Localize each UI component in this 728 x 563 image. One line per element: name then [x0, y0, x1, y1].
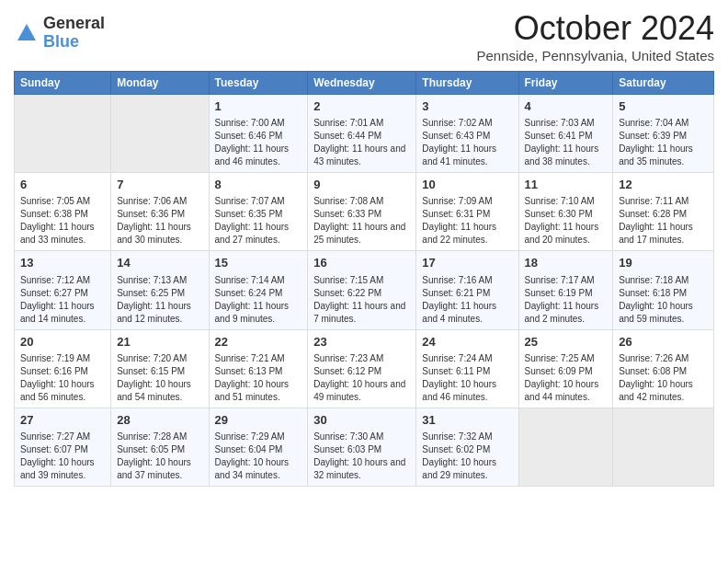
day-number: 10	[422, 177, 512, 193]
day-number: 17	[422, 255, 512, 271]
day-number: 24	[422, 334, 512, 350]
calendar-cell: 6Sunrise: 7:05 AMSunset: 6:38 PMDaylight…	[15, 173, 111, 251]
day-number: 1	[215, 98, 302, 115]
header-cell-friday: Friday	[518, 72, 613, 95]
calendar-cell	[111, 95, 209, 173]
calendar-cell	[15, 95, 111, 173]
calendar-week-1: 1Sunrise: 7:00 AMSunset: 6:46 PMDaylight…	[15, 95, 714, 173]
header-cell-thursday: Thursday	[416, 72, 518, 95]
calendar-table: SundayMondayTuesdayWednesdayThursdayFrid…	[14, 71, 714, 487]
calendar-week-5: 27Sunrise: 7:27 AMSunset: 6:07 PMDayligh…	[15, 408, 714, 486]
day-number: 27	[20, 412, 105, 429]
calendar-cell: 9Sunrise: 7:08 AMSunset: 6:33 PMDaylight…	[308, 173, 416, 251]
calendar-cell	[613, 408, 714, 486]
calendar-cell: 16Sunrise: 7:15 AMSunset: 6:22 PMDayligh…	[308, 251, 416, 329]
calendar-cell: 12Sunrise: 7:11 AMSunset: 6:28 PMDayligh…	[613, 173, 714, 251]
day-number: 9	[313, 177, 410, 193]
calendar-cell	[518, 408, 613, 486]
day-number: 7	[117, 177, 202, 193]
calendar-cell: 17Sunrise: 7:16 AMSunset: 6:21 PMDayligh…	[416, 251, 518, 329]
calendar-cell: 10Sunrise: 7:09 AMSunset: 6:31 PMDayligh…	[416, 173, 518, 251]
calendar-cell: 11Sunrise: 7:10 AMSunset: 6:30 PMDayligh…	[518, 173, 613, 251]
day-number: 4	[525, 98, 608, 115]
title-area: October 2024 Pennside, Pennsylvania, Uni…	[477, 9, 715, 63]
day-number: 5	[619, 98, 708, 115]
day-number: 19	[619, 255, 708, 271]
calendar-cell: 23Sunrise: 7:23 AMSunset: 6:12 PMDayligh…	[308, 329, 416, 408]
day-number: 21	[117, 334, 202, 350]
month-title: October 2024	[477, 9, 715, 48]
calendar-cell: 31Sunrise: 7:32 AMSunset: 6:02 PMDayligh…	[416, 408, 518, 486]
day-number: 23	[313, 334, 410, 350]
calendar-cell: 18Sunrise: 7:17 AMSunset: 6:19 PMDayligh…	[518, 251, 613, 329]
day-number: 16	[313, 255, 410, 271]
calendar-week-4: 20Sunrise: 7:19 AMSunset: 6:16 PMDayligh…	[15, 329, 714, 408]
day-number: 30	[313, 412, 410, 429]
logo-blue: Blue	[43, 33, 105, 52]
logo-text: General Blue	[43, 15, 105, 52]
calendar-cell: 7Sunrise: 7:06 AMSunset: 6:36 PMDaylight…	[111, 173, 209, 251]
header-cell-monday: Monday	[111, 72, 209, 95]
calendar-cell: 24Sunrise: 7:24 AMSunset: 6:11 PMDayligh…	[416, 329, 518, 408]
day-number: 28	[117, 412, 202, 429]
day-number: 2	[313, 98, 410, 115]
day-number: 3	[422, 98, 512, 115]
day-number: 12	[619, 177, 708, 193]
header-cell-wednesday: Wednesday	[308, 72, 416, 95]
calendar-cell: 5Sunrise: 7:04 AMSunset: 6:39 PMDaylight…	[613, 95, 714, 173]
calendar-cell: 30Sunrise: 7:30 AMSunset: 6:03 PMDayligh…	[308, 408, 416, 486]
header: General Blue October 2024 Pennside, Penn…	[14, 9, 714, 63]
day-number: 26	[619, 334, 708, 350]
calendar-cell: 1Sunrise: 7:00 AMSunset: 6:46 PMDaylight…	[209, 95, 308, 173]
calendar-cell: 4Sunrise: 7:03 AMSunset: 6:41 PMDaylight…	[518, 95, 613, 173]
day-number: 18	[525, 255, 608, 271]
logo-general: General	[43, 15, 105, 33]
calendar-cell: 28Sunrise: 7:28 AMSunset: 6:05 PMDayligh…	[111, 408, 209, 486]
location-title: Pennside, Pennsylvania, United States	[477, 48, 715, 63]
calendar-cell: 27Sunrise: 7:27 AMSunset: 6:07 PMDayligh…	[15, 408, 111, 486]
header-cell-sunday: Sunday	[15, 72, 111, 95]
day-number: 8	[215, 177, 302, 193]
calendar-cell: 3Sunrise: 7:02 AMSunset: 6:43 PMDaylight…	[416, 95, 518, 173]
day-number: 6	[20, 177, 105, 193]
day-number: 14	[117, 255, 202, 271]
calendar-week-2: 6Sunrise: 7:05 AMSunset: 6:38 PMDaylight…	[15, 173, 714, 251]
day-number: 29	[215, 412, 302, 429]
day-number: 20	[20, 334, 105, 350]
calendar-cell: 2Sunrise: 7:01 AMSunset: 6:44 PMDaylight…	[308, 95, 416, 173]
calendar-cell: 26Sunrise: 7:26 AMSunset: 6:08 PMDayligh…	[613, 329, 714, 408]
day-number: 15	[215, 255, 302, 271]
calendar-cell: 14Sunrise: 7:13 AMSunset: 6:25 PMDayligh…	[111, 251, 209, 329]
logo: General Blue	[14, 15, 105, 52]
day-number: 22	[215, 334, 302, 350]
header-cell-saturday: Saturday	[613, 72, 714, 95]
calendar-cell: 15Sunrise: 7:14 AMSunset: 6:24 PMDayligh…	[209, 251, 308, 329]
logo-icon	[14, 20, 40, 46]
calendar-cell: 8Sunrise: 7:07 AMSunset: 6:35 PMDaylight…	[209, 173, 308, 251]
day-number: 13	[20, 255, 105, 271]
header-row: SundayMondayTuesdayWednesdayThursdayFrid…	[15, 72, 714, 95]
header-cell-tuesday: Tuesday	[209, 72, 308, 95]
calendar-cell: 25Sunrise: 7:25 AMSunset: 6:09 PMDayligh…	[518, 329, 613, 408]
calendar-cell: 29Sunrise: 7:29 AMSunset: 6:04 PMDayligh…	[209, 408, 308, 486]
calendar-week-3: 13Sunrise: 7:12 AMSunset: 6:27 PMDayligh…	[15, 251, 714, 329]
calendar-cell: 21Sunrise: 7:20 AMSunset: 6:15 PMDayligh…	[111, 329, 209, 408]
calendar-cell: 22Sunrise: 7:21 AMSunset: 6:13 PMDayligh…	[209, 329, 308, 408]
day-number: 31	[422, 412, 512, 429]
calendar-cell: 13Sunrise: 7:12 AMSunset: 6:27 PMDayligh…	[15, 251, 111, 329]
calendar-cell: 20Sunrise: 7:19 AMSunset: 6:16 PMDayligh…	[15, 329, 111, 408]
day-number: 25	[525, 334, 608, 350]
calendar-cell: 19Sunrise: 7:18 AMSunset: 6:18 PMDayligh…	[613, 251, 714, 329]
svg-marker-0	[17, 24, 36, 40]
day-number: 11	[525, 177, 608, 193]
